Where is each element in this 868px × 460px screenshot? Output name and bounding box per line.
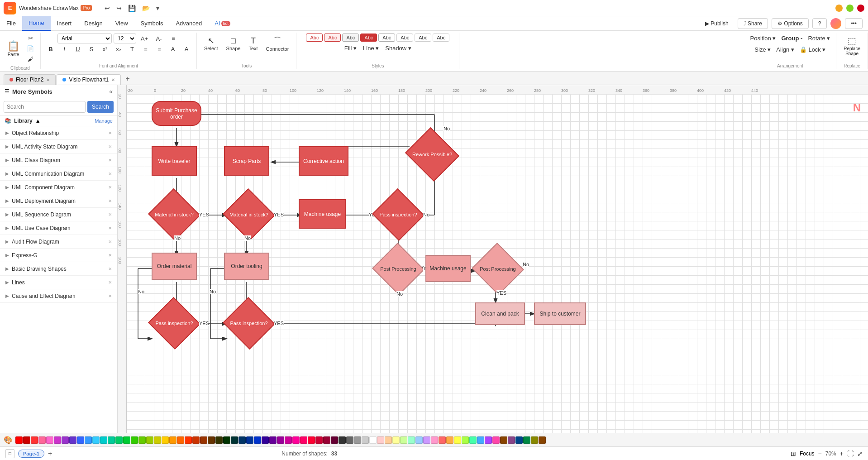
share-btn[interactable]: ⤴ Share	[738, 18, 768, 29]
color-swatch[interactable]	[192, 436, 200, 444]
undo-btn[interactable]: ↩	[103, 4, 112, 13]
color-swatch[interactable]	[331, 436, 338, 444]
node-submit-po[interactable]: Submit Purchase order	[152, 101, 201, 126]
style-swatch-5[interactable]: Abc	[378, 34, 395, 42]
sidebar-collapse-btn[interactable]: «	[109, 88, 113, 95]
text-clear-btn[interactable]: T	[126, 44, 138, 54]
color-swatch[interactable]	[223, 436, 230, 444]
redo-btn[interactable]: ↪	[114, 4, 124, 13]
zoom-out-btn[interactable]: −	[818, 450, 822, 457]
font-increase-btn[interactable]: A+	[138, 34, 151, 43]
rotate-btn[interactable]: Rotate ▾	[806, 34, 832, 43]
sidebar-item-uml-deployment[interactable]: ▶UML Deployment Diagram×	[0, 194, 117, 208]
node-rework-possible[interactable]: Rework Possible?	[407, 134, 457, 175]
color-picker-btn[interactable]: 🎨	[4, 436, 13, 444]
user-avatar[interactable]	[830, 18, 841, 29]
color-swatch[interactable]	[508, 436, 515, 444]
menu-file[interactable]: File	[0, 16, 22, 31]
color-swatch[interactable]	[500, 436, 507, 444]
group-btn[interactable]: Group -	[779, 34, 805, 43]
text-btn[interactable]: T Text	[245, 34, 261, 53]
list-btn[interactable]: ≡	[139, 44, 152, 54]
color-swatch[interactable]	[415, 436, 423, 444]
node-machine-usage1[interactable]: Machine usage	[299, 199, 346, 229]
color-swatch[interactable]	[539, 436, 546, 444]
color-swatch[interactable]	[300, 436, 307, 444]
close-x-icon[interactable]: ×	[108, 184, 112, 191]
color-swatch[interactable]	[138, 436, 146, 444]
color-swatch[interactable]	[377, 436, 384, 444]
close-x-icon[interactable]: ×	[108, 292, 112, 299]
color-swatch[interactable]	[69, 436, 76, 444]
color-swatch[interactable]	[200, 436, 207, 444]
color-swatch[interactable]	[185, 436, 192, 444]
menu-symbols[interactable]: Symbols	[134, 16, 170, 31]
menu-view[interactable]: View	[109, 16, 134, 31]
style-swatch-7[interactable]: Abc	[415, 34, 431, 42]
tab-visio[interactable]: Visio Flowchart1 ✕	[57, 74, 121, 85]
style-swatch-2[interactable]: Abc	[324, 34, 341, 42]
color-swatch[interactable]	[146, 436, 153, 444]
focus-btn[interactable]: Focus	[800, 450, 815, 457]
close-btn[interactable]	[857, 5, 864, 12]
page-tab-1[interactable]: Page-1	[18, 450, 44, 458]
color-swatch[interactable]	[177, 436, 184, 444]
tab-close-visio[interactable]: ✕	[111, 77, 115, 82]
zoom-in-btn[interactable]: +	[840, 450, 844, 457]
close-x-icon[interactable]: ×	[108, 129, 112, 136]
color-swatch[interactable]	[54, 436, 61, 444]
select-btn[interactable]: ↖ Select	[200, 34, 222, 53]
color-swatch[interactable]	[485, 436, 492, 444]
sidebar-item-basic-drawing[interactable]: ▶Basic Drawing Shapes×	[0, 262, 117, 276]
page-box-btn[interactable]: □	[5, 449, 14, 458]
subscript-btn[interactable]: x₂	[112, 44, 125, 54]
manage-btn[interactable]: Manage	[95, 118, 113, 124]
color-swatch[interactable]	[385, 436, 392, 444]
sidebar-item-cause-effect[interactable]: ▶Cause and Effect Diagram×	[0, 289, 117, 303]
bold-btn[interactable]: B	[44, 44, 57, 54]
sidebar-item-object-relationship[interactable]: ▶Object Relationship×	[0, 126, 117, 140]
node-clean-and-pack[interactable]: Clean and pack	[475, 302, 525, 325]
publish-btn[interactable]: ▶ Publish	[700, 19, 734, 29]
tab-close-floor[interactable]: ✕	[46, 77, 50, 82]
sidebar-item-lines[interactable]: ▶Lines×	[0, 276, 117, 289]
close-x-icon[interactable]: ×	[108, 197, 112, 204]
menu-home[interactable]: Home	[22, 16, 51, 31]
color-swatch[interactable]	[369, 436, 377, 444]
color-swatch[interactable]	[285, 436, 292, 444]
color-swatch[interactable]	[62, 436, 69, 444]
color-swatch[interactable]	[423, 436, 430, 444]
color-swatch[interactable]	[238, 436, 246, 444]
color-swatch[interactable]	[431, 436, 438, 444]
color-swatch[interactable]	[108, 436, 115, 444]
paste-btn[interactable]: 📋Paste	[4, 38, 23, 59]
options-btn[interactable]: ⚙ Options	[772, 18, 809, 29]
menu-insert[interactable]: Insert	[51, 16, 78, 31]
close-x-icon[interactable]: ×	[108, 143, 112, 150]
menu-ai[interactable]: AI hot	[208, 16, 237, 31]
color-swatch[interactable]	[131, 436, 138, 444]
color-swatch[interactable]	[392, 436, 400, 444]
color-swatch[interactable]	[469, 436, 477, 444]
node-post-processing1[interactable]: Post Processing	[376, 249, 421, 289]
color-swatch[interactable]	[454, 436, 461, 444]
color-swatch[interactable]	[308, 436, 315, 444]
color-swatch[interactable]	[339, 436, 346, 444]
tab-floor-plan[interactable]: Floor Plan2 ✕	[4, 74, 56, 85]
align-btn[interactable]: ≡	[167, 34, 180, 43]
color-swatch[interactable]	[46, 436, 53, 444]
close-x-icon[interactable]: ×	[108, 157, 112, 163]
color-swatch[interactable]	[515, 436, 523, 444]
minimize-btn[interactable]	[835, 5, 843, 12]
add-tab-btn[interactable]: +	[122, 73, 133, 85]
sidebar-item-audit-flow[interactable]: ▶Audit Flow Diagram×	[0, 235, 117, 249]
search-button[interactable]: Search	[87, 101, 114, 113]
help-btn[interactable]: ?	[812, 18, 827, 29]
color-swatch[interactable]	[323, 436, 330, 444]
color-swatch[interactable]	[315, 436, 323, 444]
sidebar-item-uml-activity[interactable]: ▶UML Activity State Diagram×	[0, 140, 117, 153]
color-swatch[interactable]	[246, 436, 253, 444]
menu-design[interactable]: Design	[78, 16, 109, 31]
style-swatch-6[interactable]: Abc	[396, 34, 413, 42]
lock-btn[interactable]: 🔒 Lock ▾	[797, 45, 828, 54]
